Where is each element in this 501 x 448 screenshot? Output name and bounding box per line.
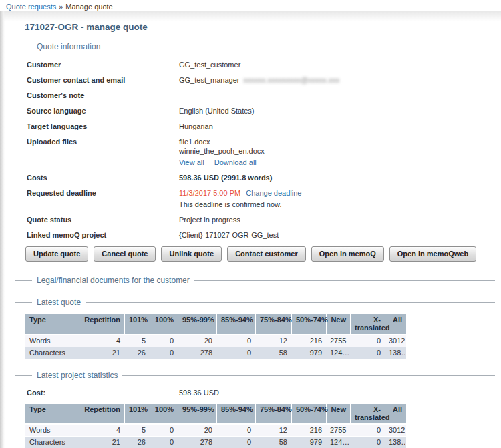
requested-deadline-label: Requested deadline xyxy=(27,188,179,209)
field-customer: Customer GG_test_customer xyxy=(27,60,501,69)
value-cell: 20 xyxy=(178,335,216,347)
section-legend-latest-project-statistics: Latest project statistics xyxy=(15,371,495,380)
column-header: 75%-84% xyxy=(255,314,291,335)
linked-project-label: Linked memoQ project xyxy=(27,230,179,240)
uploaded-files-label: Uploaded files xyxy=(27,137,179,167)
value-cell: 58 xyxy=(255,347,291,359)
latest-project-statistics-table: TypeRepetition101%100%95%-99%85%-94%75%-… xyxy=(25,404,406,448)
value-cell: 58 xyxy=(255,437,291,448)
value-cell: 4 xyxy=(79,335,124,347)
column-header: X-translated xyxy=(350,314,385,335)
column-header: Repetition xyxy=(79,314,124,335)
open-in-memoq-button[interactable]: Open in memoQ xyxy=(311,246,384,262)
stats-cost-value: 598.36 USD xyxy=(179,389,219,397)
value-cell: 0 xyxy=(216,425,255,437)
field-customer-note: Customer's note xyxy=(27,91,501,100)
open-in-memoqweb-button[interactable]: Open in memoQweb xyxy=(389,246,476,262)
update-quote-button[interactable]: Update quote xyxy=(25,246,88,262)
download-all-link[interactable]: Download all xyxy=(214,158,257,166)
field-requested-deadline: Requested deadline 11/3/2017 5:00 PM Cha… xyxy=(27,188,501,209)
uploaded-file: winnie_the_pooh_en.docx xyxy=(179,146,265,156)
contact-name: GG_test_manager xyxy=(179,76,240,84)
quote-actions: Update quote Cancel quote Unlink quote C… xyxy=(25,246,501,262)
value-cell: 2755 xyxy=(326,425,350,437)
view-all-link[interactable]: View all xyxy=(179,158,204,166)
customer-note-label: Customer's note xyxy=(27,91,179,100)
value-cell: 216 xyxy=(291,425,326,437)
redacted-email: xxxxxx.xxxxxxxxx@xxxxx.xxx xyxy=(244,75,340,85)
row-type-cell: Words xyxy=(25,425,79,437)
breadcrumb-separator: » xyxy=(59,3,63,11)
row-type-cell: Characters xyxy=(25,347,79,359)
value-cell: 0 xyxy=(150,425,178,437)
column-header: 85%-94% xyxy=(216,404,255,425)
table-row: Characters21260278058979124…0138… xyxy=(25,437,406,448)
value-cell: 2755 xyxy=(326,335,350,347)
unlink-quote-button[interactable]: Unlink quote xyxy=(161,246,222,262)
value-cell: 3012 xyxy=(385,425,406,437)
requested-deadline-value: 11/3/2017 5:00 PM Change deadline This d… xyxy=(179,188,301,209)
table-row: Words45020012216275503012 xyxy=(25,425,406,437)
value-cell: 21 xyxy=(79,347,124,359)
field-uploaded-files: Uploaded files file1.docx winnie_the_poo… xyxy=(27,137,501,167)
contact-customer-button[interactable]: Contact customer xyxy=(227,246,306,262)
value-cell: 20 xyxy=(178,425,216,437)
value-cell: 0 xyxy=(350,335,385,347)
column-header: Repetition xyxy=(79,404,124,425)
value-cell: 124… xyxy=(326,347,350,359)
value-cell: 0 xyxy=(216,437,255,448)
value-cell: 3012 xyxy=(385,335,406,347)
value-cell: 124… xyxy=(326,437,350,448)
section-legend-quote-information: Quote information xyxy=(15,42,495,51)
change-deadline-link[interactable]: Change deadline xyxy=(246,189,301,197)
field-customer-contact: Customer contact and email GG_test_manag… xyxy=(27,75,501,85)
deadline-confirmed-text: This deadline is confirmed now. xyxy=(179,200,301,209)
value-cell: 12 xyxy=(255,335,291,347)
value-cell: 216 xyxy=(291,335,326,347)
value-cell: 5 xyxy=(124,425,150,437)
column-header: New xyxy=(326,314,350,335)
value-cell: 0 xyxy=(216,335,255,347)
value-cell: 979 xyxy=(291,437,326,448)
cancel-quote-button[interactable]: Cancel quote xyxy=(94,246,156,262)
value-cell: 5 xyxy=(124,335,150,347)
value-cell: 138… xyxy=(385,437,406,448)
section-legend-latest-quote: Latest quote xyxy=(15,298,495,307)
linked-project-value: {Client}-171027-OGR-GG_test xyxy=(179,230,279,240)
stats-cost-row: Cost: 598.36 USD xyxy=(27,389,501,397)
uploaded-files-value: file1.docx winnie_the_pooh_en.docx View … xyxy=(179,137,265,167)
field-target-languages: Target languages Hungarian xyxy=(27,122,501,131)
field-costs: Costs 598.36 USD (2991.8 words) xyxy=(27,173,501,182)
column-header: 50%-74% xyxy=(291,314,326,335)
value-cell: 4 xyxy=(79,425,124,437)
target-languages-label: Target languages xyxy=(27,122,179,131)
value-cell: 0 xyxy=(150,335,178,347)
legend-text: Legal/financial documents for the custom… xyxy=(37,276,190,285)
column-header: 50%-74% xyxy=(291,404,326,425)
main-content: 171027-OGR - manage quote Quote informat… xyxy=(0,11,501,448)
table-header-row: TypeRepetition101%100%95%-99%85%-94%75%-… xyxy=(25,404,406,425)
stats-cost-label: Cost: xyxy=(27,389,179,397)
file-links: View all Download all xyxy=(179,158,265,167)
source-language-value: English (United States) xyxy=(179,106,255,116)
column-header: 100% xyxy=(150,404,178,425)
field-quote-status: Quote status Project in progress xyxy=(27,215,501,224)
legend-text: Latest quote xyxy=(37,298,81,307)
column-header: Type xyxy=(25,404,79,425)
quote-info-fields: Customer GG_test_customer Customer conta… xyxy=(27,60,501,240)
customer-contact-label: Customer contact and email xyxy=(27,75,179,85)
column-header: 100% xyxy=(150,314,178,335)
costs-label: Costs xyxy=(27,173,179,182)
value-cell: 979 xyxy=(291,347,326,359)
latest-quote-table: TypeRepetition101%100%95%-99%85%-94%75%-… xyxy=(25,314,406,359)
value-cell: 12 xyxy=(255,425,291,437)
table-row: Words45020012216275503012 xyxy=(25,335,406,347)
value-cell: 26 xyxy=(124,437,150,448)
value-cell: 278 xyxy=(178,347,216,359)
value-cell: 0 xyxy=(350,425,385,437)
value-cell: 0 xyxy=(350,347,385,359)
row-type-cell: Words xyxy=(25,335,79,347)
field-linked-project: Linked memoQ project {Client}-171027-OGR… xyxy=(27,230,501,240)
uploaded-file: file1.docx xyxy=(179,137,265,146)
breadcrumb-link-quote-requests[interactable]: Quote requests xyxy=(6,3,56,11)
